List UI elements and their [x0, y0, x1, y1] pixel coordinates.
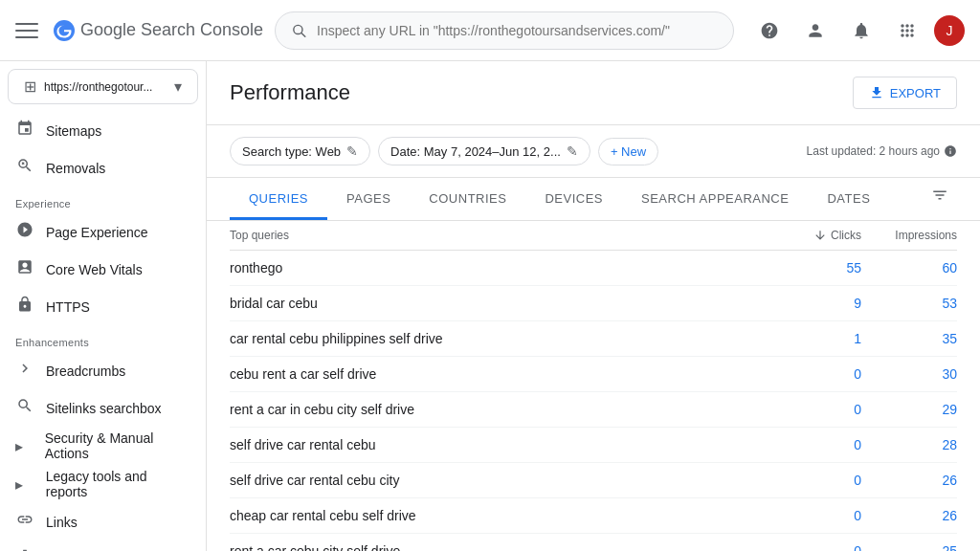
- security-label: Security & Manual Actions: [45, 430, 190, 461]
- search-type-filter[interactable]: Search type: Web ✎: [230, 137, 370, 165]
- export-icon: [869, 85, 884, 100]
- tab-countries[interactable]: COUNTRIES: [410, 180, 525, 220]
- tab-dates[interactable]: DATES: [808, 180, 889, 220]
- removals-label: Removals: [46, 161, 105, 176]
- table-row[interactable]: self drive car rental cebu 0 28: [230, 428, 957, 463]
- tab-pages[interactable]: PAGES: [327, 180, 410, 220]
- account-icon-button[interactable]: [796, 11, 835, 50]
- cell-query: bridal car cebu: [230, 296, 766, 311]
- sidebar-item-links[interactable]: Links: [0, 503, 206, 540]
- experience-section-label: Experience: [0, 187, 206, 213]
- user-avatar[interactable]: J: [934, 15, 965, 46]
- table-row[interactable]: rent a car cebu city self drive 0 25: [230, 534, 957, 551]
- legacy-tools-label: Legacy tools and reports: [46, 469, 190, 499]
- cell-query: cebu rent a car self drive: [230, 366, 766, 382]
- links-label: Links: [46, 515, 78, 530]
- https-icon: [15, 296, 34, 318]
- cell-query: cheap car rental cebu self drive: [230, 508, 766, 523]
- cell-clicks: 0: [766, 508, 861, 523]
- core-web-vitals-label: Core Web Vitals: [46, 262, 143, 277]
- logo-area: Google Search Console: [54, 20, 263, 41]
- core-web-vitals-icon: [15, 258, 34, 280]
- table-row[interactable]: cheap car rental cebu self drive 0 26: [230, 498, 957, 534]
- date-filter[interactable]: Date: May 7, 2024–Jun 12, 2... ✎: [378, 137, 590, 165]
- table-row[interactable]: rent a car in cebu city self drive 0 29: [230, 392, 957, 428]
- url-search-input[interactable]: [317, 23, 718, 38]
- tab-actions: [923, 178, 957, 220]
- sidebar-item-core-web-vitals[interactable]: Core Web Vitals: [0, 251, 206, 288]
- queries-table: Top queries Clicks Impressions ronthego …: [207, 221, 980, 551]
- security-expand-icon: ▸: [15, 437, 33, 455]
- clicks-column-header: Clicks: [766, 229, 861, 242]
- cell-impressions: 30: [861, 366, 957, 382]
- cell-impressions: 26: [861, 508, 957, 523]
- table-row[interactable]: car rental cebu philippines self drive 1…: [230, 321, 957, 357]
- impressions-column-header: Impressions: [861, 229, 957, 242]
- sidebar-item-security[interactable]: ▸ Security & Manual Actions: [0, 427, 206, 465]
- url-search-bar[interactable]: [275, 11, 734, 50]
- apps-button[interactable]: [888, 11, 926, 50]
- table-header: Top queries Clicks Impressions: [230, 221, 957, 251]
- sidebar-item-sitemaps[interactable]: Sitemaps: [0, 112, 206, 149]
- sidebar-item-settings[interactable]: Settings: [0, 540, 206, 551]
- sitemaps-label: Sitemaps: [46, 123, 101, 139]
- cell-impressions: 25: [861, 543, 957, 551]
- sidebar-item-legacy-tools[interactable]: ▸ Legacy tools and reports: [0, 465, 206, 503]
- sidebar-item-breadcrumbs[interactable]: Breadcrumbs: [0, 352, 206, 389]
- table-row[interactable]: bridal car cebu 9 53: [230, 286, 957, 321]
- cell-query: rent a car in cebu city self drive: [230, 402, 766, 417]
- performance-header: Performance EXPORT: [207, 61, 980, 125]
- google-logo-icon: [54, 20, 75, 41]
- sitelinks-icon: [15, 397, 34, 419]
- legacy-expand-icon: ▸: [15, 475, 34, 494]
- export-button[interactable]: EXPORT: [853, 77, 957, 109]
- layout: ⊞ https://ronthegotour... ▾ Sitemaps Rem…: [0, 61, 980, 551]
- sort-arrow-icon: [813, 229, 827, 242]
- breadcrumbs-icon: [15, 360, 34, 382]
- cell-impressions: 35: [861, 331, 957, 346]
- cell-query: rent a car cebu city self drive: [230, 543, 766, 551]
- tab-queries[interactable]: QUERIES: [230, 180, 327, 220]
- cell-clicks: 0: [766, 437, 861, 452]
- sidebar-item-sitelinks-searchbox[interactable]: Sitelinks searchbox: [0, 389, 206, 427]
- export-label: EXPORT: [890, 86, 941, 100]
- sidebar-item-https[interactable]: HTTPS: [0, 288, 206, 325]
- top-bar-left: Google Search Console: [15, 19, 263, 42]
- cell-clicks: 0: [766, 543, 861, 551]
- sitemaps-icon: [15, 120, 34, 142]
- enhancements-section-label: Enhancements: [0, 325, 206, 352]
- performance-title: Performance: [230, 80, 350, 105]
- tab-search-appearance[interactable]: SEARCH APPEARANCE: [622, 180, 808, 220]
- cell-impressions: 53: [861, 296, 957, 311]
- property-selector[interactable]: ⊞ https://ronthegotour... ▾: [8, 69, 198, 104]
- page-experience-label: Page Experience: [46, 225, 148, 240]
- help-button[interactable]: [750, 11, 789, 50]
- date-edit-icon: ✎: [567, 143, 578, 159]
- app-title: Google Search Console: [80, 20, 263, 40]
- table-row[interactable]: self drive car rental cebu city 0 26: [230, 463, 957, 498]
- table-rows-container: ronthego 55 60 bridal car cebu 9 53 car …: [230, 251, 957, 551]
- sidebar-item-page-experience[interactable]: Page Experience: [0, 213, 206, 251]
- cell-impressions: 29: [861, 402, 957, 417]
- cell-clicks: 1: [766, 331, 861, 346]
- menu-button[interactable]: [15, 19, 38, 42]
- cell-clicks: 0: [766, 366, 861, 382]
- sidebar-item-removals[interactable]: Removals: [0, 149, 206, 187]
- updated-text: Last updated: 2 hours ago: [807, 144, 940, 158]
- new-filter-label: + New: [611, 144, 646, 159]
- date-label: Date: May 7, 2024–Jun 12, 2...: [390, 144, 561, 159]
- table-filter-button[interactable]: [923, 178, 957, 212]
- table-row[interactable]: ronthego 55 60: [230, 251, 957, 286]
- tab-devices[interactable]: DEVICES: [525, 180, 622, 220]
- new-filter-button[interactable]: + New: [598, 138, 658, 165]
- search-type-edit-icon: ✎: [346, 143, 358, 159]
- table-row[interactable]: cebu rent a car self drive 0 30: [230, 357, 957, 392]
- breadcrumbs-label: Breadcrumbs: [46, 364, 125, 379]
- property-icon: ⊞: [24, 77, 36, 96]
- filters-row: Search type: Web ✎ Date: May 7, 2024–Jun…: [207, 125, 980, 178]
- search-icon: [291, 22, 307, 39]
- sidebar: ⊞ https://ronthegotour... ▾ Sitemaps Rem…: [0, 61, 207, 551]
- svg-line-2: [301, 33, 305, 36]
- removals-icon: [15, 157, 34, 179]
- notifications-button[interactable]: [842, 11, 880, 50]
